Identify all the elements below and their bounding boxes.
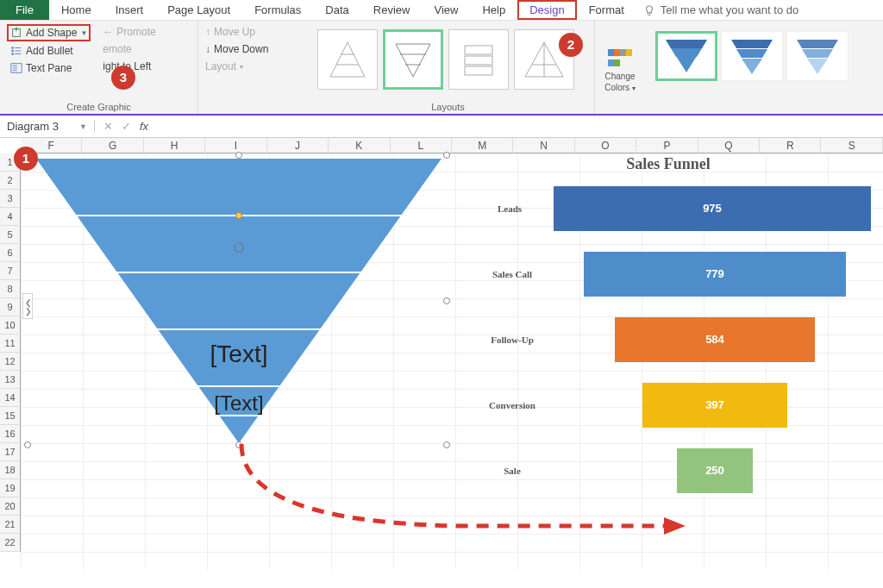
column-header[interactable]: G [82, 138, 143, 153]
move-down-button[interactable]: ↓Move Down [202, 41, 283, 57]
callout-1: 1 [14, 147, 38, 171]
column-header[interactable]: S [821, 138, 882, 153]
change-colors-button[interactable]: Change Colors ▾ [595, 21, 645, 114]
adjust-handle[interactable] [235, 212, 242, 219]
tab-home[interactable]: Home [49, 0, 103, 20]
row-header[interactable]: 16 [0, 425, 21, 443]
move-down-label: Move Down [214, 43, 268, 55]
row-header[interactable]: 5 [0, 226, 21, 244]
column-header[interactable]: K [329, 138, 390, 153]
resize-handle[interactable] [235, 152, 242, 159]
style-option-2[interactable] [721, 31, 783, 81]
layout-option-3[interactable] [448, 29, 509, 90]
chart-category-label: Sales Call [466, 269, 559, 279]
add-bullet-label: Add Bullet [26, 45, 73, 57]
add-bullet-button[interactable]: Add Bullet [7, 43, 91, 59]
row-header[interactable]: 7 [0, 262, 21, 280]
row-header[interactable]: 14 [0, 389, 21, 407]
text-pane-button[interactable]: Text Pane [7, 60, 91, 76]
move-up-label: Move Up [214, 26, 255, 38]
promote-button[interactable]: ←Promote [99, 24, 159, 40]
move-up-button[interactable]: ↑Move Up [202, 24, 283, 40]
tab-view[interactable]: View [422, 0, 470, 20]
row-header[interactable]: 19 [0, 479, 21, 497]
tab-design[interactable]: Design [517, 0, 576, 20]
row-header[interactable]: 6 [0, 244, 21, 262]
tab-file[interactable]: File [0, 0, 49, 20]
row-header[interactable]: 11 [0, 335, 21, 353]
text-pane-toggle[interactable]: ❮❯ [22, 293, 33, 319]
layout-button[interactable]: Layout ▾ [202, 59, 283, 74]
tell-me-label: Tell me what you want to do [661, 3, 798, 16]
row-header[interactable]: 17 [0, 443, 21, 461]
svg-rect-19 [465, 46, 492, 54]
column-header[interactable]: P [636, 138, 698, 153]
enter-formula-icon[interactable]: ✓ [122, 120, 131, 133]
tell-me-search[interactable]: Tell me what you want to do [643, 3, 798, 16]
row-header[interactable]: 12 [0, 353, 21, 371]
tab-help[interactable]: Help [470, 0, 517, 20]
column-header[interactable]: L [391, 138, 452, 153]
smartart-text-1: [Text] [210, 341, 268, 367]
funnel-style-icon [792, 36, 843, 76]
row-header[interactable]: 15 [0, 407, 21, 425]
layout-option-2[interactable] [383, 29, 443, 90]
name-box[interactable]: Diagram 3 ▼ [0, 120, 95, 133]
row-header[interactable]: 8 [0, 280, 21, 298]
bullet-list-icon [10, 45, 22, 57]
row-header[interactable]: 18 [0, 461, 21, 479]
pyramid-down-icon [389, 39, 437, 80]
row-header[interactable]: 2 [0, 172, 21, 190]
chart-bar: 779 [584, 252, 846, 297]
column-header[interactable]: I [205, 138, 266, 153]
row-header[interactable]: 20 [0, 497, 21, 516]
layout-label: Layout [205, 60, 236, 72]
text-pane-label: Text Pane [26, 62, 72, 74]
smartart-text-2: [Text] [214, 391, 263, 415]
column-header[interactable]: M [452, 138, 513, 153]
group-move: ↑Move Up ↓Move Down Layout ▾ [195, 21, 290, 76]
row-header[interactable]: 21 [0, 516, 21, 534]
add-shape-button[interactable]: Add Shape ▼ [7, 24, 91, 41]
tab-page-layout[interactable]: Page Layout [155, 0, 242, 20]
svg-point-7 [11, 53, 14, 55]
chart-bar: 975 [554, 186, 871, 231]
text-pane-icon [10, 62, 22, 74]
resize-handle[interactable] [443, 297, 450, 304]
column-header[interactable]: J [267, 138, 329, 153]
tab-formulas[interactable]: Formulas [242, 0, 313, 20]
group-layouts: Layouts [302, 21, 595, 114]
style-option-3[interactable] [786, 31, 849, 81]
style-option-1[interactable] [655, 31, 717, 81]
row-header[interactable]: 10 [0, 316, 21, 335]
row-header[interactable]: 22 [0, 534, 21, 552]
column-header[interactable]: R [760, 138, 821, 153]
resize-handle[interactable] [443, 152, 450, 159]
worksheet: FGHIJKLMNOPQRS 1234567891011121314151617… [0, 138, 883, 569]
layout-option-1[interactable] [317, 29, 378, 90]
demote-button[interactable]: emote [99, 41, 159, 57]
row-header[interactable]: 4 [0, 208, 21, 226]
cancel-formula-icon[interactable]: ✕ [103, 120, 113, 133]
row-header[interactable]: 13 [0, 371, 21, 389]
svg-marker-33 [807, 59, 828, 74]
tab-insert[interactable]: Insert [103, 0, 156, 20]
column-header[interactable]: H [144, 138, 205, 153]
rotate-handle[interactable] [233, 241, 245, 253]
tab-review[interactable]: Review [361, 0, 423, 20]
column-header[interactable]: O [575, 138, 636, 153]
column-header[interactable]: Q [698, 138, 760, 153]
chart-row: Conversion397 [466, 380, 871, 430]
tab-format[interactable]: Format [577, 0, 636, 20]
svg-marker-31 [797, 40, 838, 48]
demote-label: emote [103, 43, 131, 55]
tab-data[interactable]: Data [313, 0, 360, 20]
row-header[interactable]: 9 [0, 298, 21, 316]
resize-handle[interactable] [24, 441, 31, 448]
row-header[interactable]: 3 [0, 190, 21, 208]
smartart-diagram[interactable]: [Text] [Text] ❮❯ [28, 155, 450, 448]
column-header[interactable]: N [513, 138, 574, 153]
smartart-funnel-shape[interactable]: [Text] [Text] [28, 155, 450, 448]
fx-icon[interactable]: fx [140, 120, 148, 133]
dropdown-arrow-icon: ▼ [80, 29, 87, 37]
